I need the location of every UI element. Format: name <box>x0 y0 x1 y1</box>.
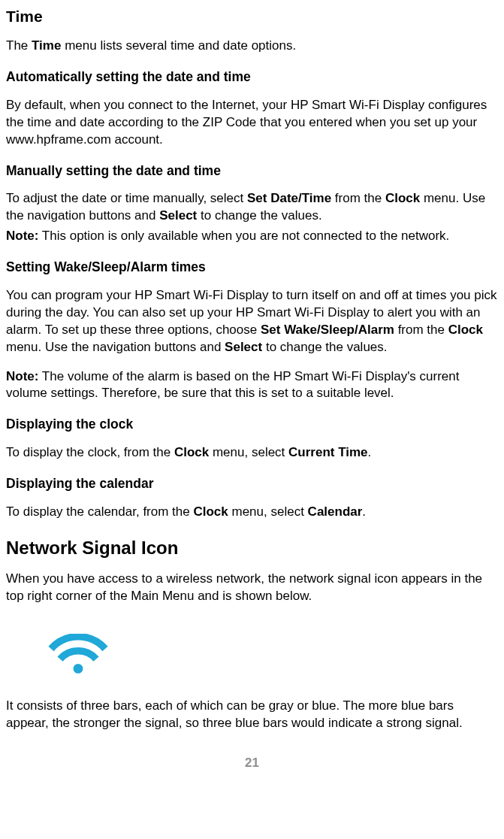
text: menu. Use the navigation buttons and <box>6 340 225 354</box>
network-heading: Network Signal Icon <box>6 536 498 560</box>
clock-heading: Displaying the clock <box>6 416 498 434</box>
wifi-icon-wrap <box>6 617 498 698</box>
text: menu lists several time and date options… <box>61 38 296 53</box>
calendar-bold: Calendar <box>308 504 363 519</box>
auto-body: By default, when you connect to the Inte… <box>6 97 498 149</box>
manual-body: To adjust the date or time manually, sel… <box>6 190 498 225</box>
wake-heading: Setting Wake/Sleep/Alarm times <box>6 259 498 277</box>
text: menu, select <box>228 504 308 519</box>
clock-bold: Clock <box>193 504 228 519</box>
auto-heading: Automatically setting the date and time <box>6 68 498 86</box>
text: to change the values. <box>197 208 321 223</box>
text: . <box>362 504 366 519</box>
time-heading: Time <box>6 6 498 27</box>
note-label: Note: <box>6 369 38 383</box>
network-body-2: It consists of three bars, each of which… <box>6 698 498 732</box>
page-number: 21 <box>6 755 498 772</box>
manual-heading: Manually setting the date and time <box>6 162 498 180</box>
wake-body: You can program your HP Smart Wi-Fi Disp… <box>6 287 498 356</box>
select-bold: Select <box>159 208 197 223</box>
note-body: The volume of the alarm is based on the … <box>6 369 460 401</box>
text: To display the calendar, from the <box>6 504 193 519</box>
clock-body: To display the clock, from the Clock men… <box>6 444 498 462</box>
wifi-icon <box>48 634 108 676</box>
manual-note: Note: This option is only available when… <box>6 228 498 245</box>
clock-bold: Clock <box>174 445 209 459</box>
text: from the <box>331 191 385 205</box>
network-body-1: When you have access to a wireless netwo… <box>6 571 498 605</box>
current-time-bold: Current Time <box>288 445 368 459</box>
svg-point-0 <box>74 664 83 674</box>
text: to change the values. <box>262 340 387 354</box>
set-date-time-bold: Set Date/Time <box>247 191 331 205</box>
text: menu, select <box>209 445 288 459</box>
text: . <box>368 445 372 459</box>
text: To display the clock, from the <box>6 445 174 459</box>
note-label: Note: <box>6 229 38 243</box>
set-wake-bold: Set Wake/Sleep/Alarm <box>261 323 394 337</box>
text: To adjust the date or time manually, sel… <box>6 191 247 205</box>
select-bold: Select <box>225 340 262 354</box>
time-bold: Time <box>32 38 61 53</box>
calendar-body: To display the calendar, from the Clock … <box>6 504 498 521</box>
calendar-heading: Displaying the calendar <box>6 475 498 493</box>
time-intro: The Time menu lists several time and dat… <box>6 38 498 55</box>
text: from the <box>394 323 448 337</box>
wake-note: Note: The volume of the alarm is based o… <box>6 368 498 403</box>
note-body: This option is only available when you a… <box>38 229 449 243</box>
text: The <box>6 38 32 53</box>
clock-bold: Clock <box>385 191 420 205</box>
clock-bold: Clock <box>448 323 483 337</box>
